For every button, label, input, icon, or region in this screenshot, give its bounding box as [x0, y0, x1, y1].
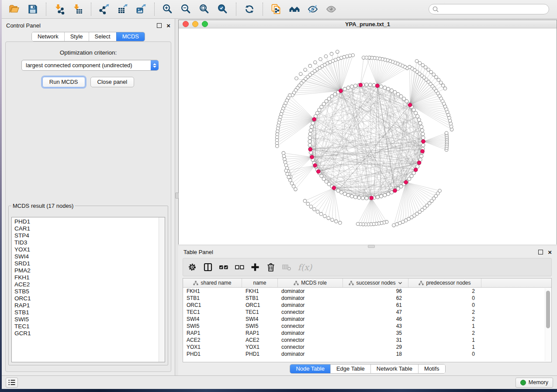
cell-successor-nodes: 46	[343, 316, 408, 323]
cell-shared-name: ACE2	[183, 337, 242, 344]
tab-style[interactable]: Style	[64, 32, 89, 41]
tab-mcds[interactable]: MCDS	[116, 32, 145, 41]
import-network-button[interactable]	[52, 2, 67, 17]
open-network-button[interactable]	[7, 2, 22, 17]
hide-selected-button[interactable]	[305, 2, 320, 17]
network-graph[interactable]	[179, 28, 557, 244]
mcds-result-item[interactable]: GCR1	[14, 330, 165, 337]
cell-MCDS-role: dominator	[278, 302, 343, 309]
save-session-button[interactable]	[25, 2, 40, 17]
cell-predecessor-nodes: 1	[408, 344, 481, 351]
mcds-result-item[interactable]: STP4	[14, 232, 165, 239]
cell-predecessor-nodes: 1	[408, 323, 481, 330]
status-bar: Memory	[2, 375, 557, 389]
mcds-result-title: MCDS result (17 nodes)	[11, 203, 75, 209]
mcds-result-item[interactable]: ORC1	[14, 295, 165, 302]
mcds-result-item[interactable]: TID3	[14, 239, 165, 246]
import-table-button[interactable]	[70, 2, 85, 17]
mcds-result-item[interactable]: TEC1	[14, 323, 165, 330]
column-header-name[interactable]: name	[242, 279, 278, 287]
mcds-result-item[interactable]: STB5	[14, 288, 165, 295]
mcds-result-item[interactable]: CAR1	[14, 225, 165, 232]
show-panels-button[interactable]	[6, 378, 18, 388]
mcds-result-item[interactable]: SWI5	[14, 316, 165, 323]
table-row[interactable]: STB1STB1dominator620	[183, 295, 551, 302]
table-row[interactable]: SWI4SWI4dominator462	[183, 316, 551, 323]
export-table-button[interactable]	[115, 2, 130, 17]
criterion-dropdown[interactable]: largest connected component (undirected)	[21, 60, 159, 71]
float-table-panel-icon[interactable]	[538, 250, 543, 254]
table-row[interactable]: PHD1PHD1dominator180	[183, 351, 551, 358]
float-panel-icon[interactable]	[157, 23, 162, 28]
memory-button[interactable]: Memory	[515, 378, 553, 388]
search-input[interactable]	[429, 4, 549, 14]
show-all-button[interactable]	[324, 2, 339, 17]
table-row[interactable]: RAP1RAP1dominator352	[183, 330, 551, 337]
cell-name: ACE2	[242, 337, 278, 344]
zoom-selected-button[interactable]	[215, 2, 230, 17]
close-panel-button[interactable]: Close panel	[90, 77, 135, 87]
export-network-button[interactable]	[97, 2, 112, 17]
column-header-MCDS-role[interactable]: MCDS role	[278, 279, 343, 287]
mcds-result-item[interactable]: SWI4	[14, 253, 165, 260]
table-scrollbar[interactable]	[545, 288, 551, 361]
select-all-rows-button[interactable]	[217, 261, 230, 274]
table-row[interactable]: TEC1TEC1connector472	[183, 309, 551, 316]
tab-edge-table[interactable]: Edge Table	[330, 364, 370, 373]
network-from-selection-button[interactable]	[269, 2, 284, 17]
table-row[interactable]: FKH1FKH1dominator962	[183, 288, 551, 295]
table-settings-button[interactable]	[186, 261, 199, 274]
cell-name: SWI5	[242, 323, 278, 330]
column-header-shared-name[interactable]: shared name	[183, 279, 242, 287]
table-row[interactable]: ORC1ORC1dominator610	[183, 302, 551, 309]
toolbar-separator	[236, 3, 236, 16]
network-canvas[interactable]	[179, 28, 557, 244]
deselect-all-rows-button[interactable]	[233, 261, 246, 274]
mcds-result-item[interactable]: SRD1	[14, 260, 165, 267]
column-header-predecessor-nodes[interactable]: predecessor nodes	[408, 279, 481, 287]
table-panel: Table Panel × f(x) s	[178, 246, 557, 375]
close-panel-icon[interactable]: ×	[166, 23, 170, 28]
cell-name: RAP1	[242, 330, 278, 337]
zoom-in-button[interactable]	[160, 2, 175, 17]
tab-network[interactable]: Network	[32, 32, 64, 41]
mcds-result-item[interactable]: PMA2	[14, 267, 165, 274]
first-neighbors-button[interactable]	[287, 2, 302, 17]
shared-attribute-icon	[419, 281, 424, 285]
tab-motifs[interactable]: Motifs	[418, 364, 445, 373]
mcds-result-item[interactable]: PHD1	[14, 218, 165, 225]
mcds-result-item[interactable]: RAP1	[14, 302, 165, 309]
run-mcds-button[interactable]: Run MCDS	[42, 77, 85, 87]
cell-successor-nodes: 31	[343, 337, 408, 344]
panel-splitter[interactable]	[175, 19, 178, 375]
scrollbar-thumb[interactable]	[546, 291, 550, 328]
mcds-list-scrollbar[interactable]	[159, 217, 165, 362]
zoom-out-button[interactable]	[179, 2, 194, 17]
table-panel-splitter-handle[interactable]	[368, 245, 375, 248]
refresh-network-button[interactable]	[242, 2, 257, 17]
toolbar-separator	[46, 3, 46, 16]
close-table-panel-icon[interactable]: ×	[548, 250, 552, 254]
mcds-result-item[interactable]: ACE2	[14, 281, 165, 288]
mcds-result-item[interactable]: YOX1	[14, 246, 165, 253]
node-table: shared namenameMCDS rolesuccessor nodesp…	[183, 278, 552, 362]
cell-predecessor-nodes: 2	[408, 330, 481, 337]
zoom-fit-button[interactable]	[197, 2, 212, 17]
table-row[interactable]: ACE2ACE2connector311	[183, 337, 551, 344]
mcds-result-item[interactable]: STB1	[14, 309, 165, 316]
tab-network-table[interactable]: Network Table	[370, 364, 418, 373]
export-image-button[interactable]	[134, 2, 149, 17]
tab-node-table[interactable]: Node Table	[290, 364, 330, 373]
column-header-successor-nodes[interactable]: successor nodes	[343, 279, 408, 287]
delete-column-button[interactable]	[264, 261, 277, 274]
tab-select[interactable]: Select	[89, 32, 116, 41]
mcds-result-item[interactable]: FKH1	[14, 274, 165, 281]
network-window-titlebar[interactable]: YPA_prune.txt_1	[179, 20, 557, 28]
cell-name: FKH1	[242, 288, 278, 295]
show-column-panel-button[interactable]	[201, 261, 214, 274]
table-row[interactable]: YOX1YOX1connector291	[183, 344, 551, 351]
table-row[interactable]: SWI5SWI5connector431	[183, 323, 551, 330]
table-body: FKH1FKH1dominator962STB1STB1dominator620…	[183, 288, 551, 358]
add-column-button[interactable]	[249, 261, 262, 274]
network-title: YPA_prune.txt_1	[179, 21, 557, 28]
